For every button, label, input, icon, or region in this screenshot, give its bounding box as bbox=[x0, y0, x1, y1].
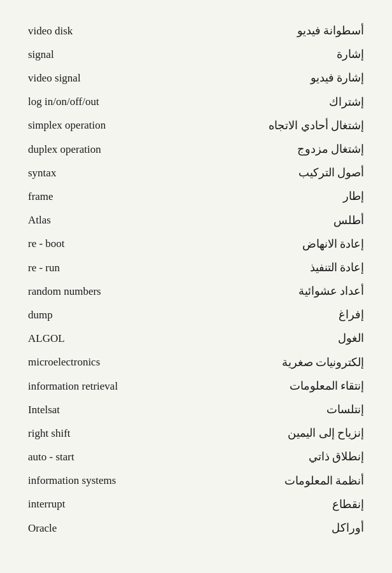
english-term: interrupt bbox=[25, 493, 196, 516]
english-term: video signal bbox=[25, 66, 196, 90]
english-term: Oracle bbox=[25, 516, 196, 540]
dictionary-row: dumpإفراغ bbox=[25, 303, 367, 327]
arabic-term: إنطلاق ذاتي bbox=[196, 445, 367, 469]
arabic-term: إنقطاع bbox=[196, 493, 367, 516]
arabic-term: إلكترونيات صغرية bbox=[196, 351, 367, 374]
arabic-term: إشتغال مزدوج bbox=[196, 138, 367, 161]
dictionary-row: ALGOLالغول bbox=[25, 327, 367, 350]
dictionary-row: video signalإشارة فيديو bbox=[25, 66, 367, 90]
english-term: simplex operation bbox=[25, 114, 196, 138]
dictionary-row: video diskأسطوانة فيديو bbox=[25, 19, 367, 43]
arabic-term: أعداد عشوائية bbox=[196, 279, 367, 303]
dictionary-row: microelectronicsإلكترونيات صغرية bbox=[25, 351, 367, 374]
dictionary-row: Atlasأطلس bbox=[25, 209, 367, 232]
english-term: auto - start bbox=[25, 445, 196, 469]
arabic-term: أطلس bbox=[196, 209, 367, 232]
dictionary-table: video diskأسطوانة فيديوsignalإشارةvideo … bbox=[25, 19, 367, 540]
english-term: random numbers bbox=[25, 279, 196, 303]
arabic-term: إشتغال أحادي الاتجاه bbox=[196, 114, 367, 138]
arabic-term: إشارة فيديو bbox=[196, 66, 367, 90]
english-term: signal bbox=[25, 43, 196, 66]
dictionary-row: random numbersأعداد عشوائية bbox=[25, 279, 367, 303]
arabic-term: أسطوانة فيديو bbox=[196, 19, 367, 43]
arabic-term: أوراكل bbox=[196, 516, 367, 540]
english-term: re - run bbox=[25, 256, 196, 279]
dictionary-row: information systemsأنظمة المعلومات bbox=[25, 469, 367, 493]
english-term: ALGOL bbox=[25, 327, 196, 350]
arabic-term: الغول bbox=[196, 327, 367, 350]
english-term: frame bbox=[25, 185, 196, 208]
arabic-term: إنتلسات bbox=[196, 398, 367, 421]
dictionary-row: simplex operationإشتغال أحادي الاتجاه bbox=[25, 114, 367, 138]
dictionary-row: signalإشارة bbox=[25, 43, 367, 66]
english-term: syntax bbox=[25, 161, 196, 185]
english-term: right shift bbox=[25, 421, 196, 445]
dictionary-row: log in/on/off/outإشتراك bbox=[25, 90, 367, 114]
arabic-term: إشارة bbox=[196, 43, 367, 66]
dictionary-row: auto - startإنطلاق ذاتي bbox=[25, 445, 367, 469]
dictionary-row: duplex operationإشتغال مزدوج bbox=[25, 138, 367, 161]
arabic-term: إعادة الانهاض bbox=[196, 232, 367, 256]
dictionary-row: right shiftإنزياح إلى اليمين bbox=[25, 421, 367, 445]
english-term: re - boot bbox=[25, 232, 196, 256]
arabic-term: أنظمة المعلومات bbox=[196, 469, 367, 493]
english-term: Atlas bbox=[25, 209, 196, 232]
dictionary-row: syntaxأصول التركيب bbox=[25, 161, 367, 185]
english-term: information retrieval bbox=[25, 374, 196, 398]
dictionary-row: Intelsatإنتلسات bbox=[25, 398, 367, 421]
dictionary-row: re - runإعادة التنفيذ bbox=[25, 256, 367, 279]
dictionary-row: information retrievalإنتقاء المعلومات bbox=[25, 374, 367, 398]
english-term: microelectronics bbox=[25, 351, 196, 374]
arabic-term: إنتقاء المعلومات bbox=[196, 374, 367, 398]
arabic-term: إشتراك bbox=[196, 90, 367, 114]
dictionary-row: frameإطار bbox=[25, 185, 367, 208]
arabic-term: إطار bbox=[196, 185, 367, 208]
arabic-term: إفراغ bbox=[196, 303, 367, 327]
english-term: information systems bbox=[25, 469, 196, 493]
english-term: log in/on/off/out bbox=[25, 90, 196, 114]
english-term: dump bbox=[25, 303, 196, 327]
dictionary-row: interruptإنقطاع bbox=[25, 493, 367, 516]
arabic-term: إعادة التنفيذ bbox=[196, 256, 367, 279]
english-term: duplex operation bbox=[25, 138, 196, 161]
arabic-term: أصول التركيب bbox=[196, 161, 367, 185]
dictionary-row: Oracleأوراكل bbox=[25, 516, 367, 540]
dictionary-row: re - bootإعادة الانهاض bbox=[25, 232, 367, 256]
english-term: Intelsat bbox=[25, 398, 196, 421]
english-term: video disk bbox=[25, 19, 196, 43]
arabic-term: إنزياح إلى اليمين bbox=[196, 421, 367, 445]
